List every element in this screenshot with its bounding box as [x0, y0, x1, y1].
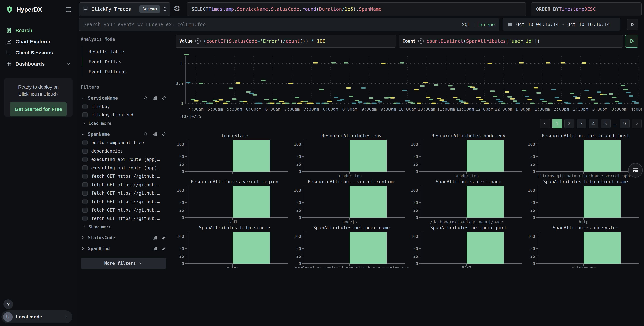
- histogram-spanattributes.net.peer.port[interactable]: SpanAttributes.net.peer.port025501008443: [411, 225, 526, 268]
- load-more-link[interactable]: Load more: [82, 121, 166, 126]
- date-range-picker[interactable]: Oct 10 04:16:14 - Oct 10 16:16:14: [502, 18, 620, 31]
- page-button-3[interactable]: 3: [576, 119, 586, 128]
- filter-option[interactable]: fetch GET https://github.…: [82, 191, 166, 196]
- pin-icon[interactable]: [162, 235, 166, 240]
- order-by-input[interactable]: ORDER BY Timestamp DESC: [531, 2, 642, 16]
- histogram-resourceattribu..cel.branch_host[interactable]: ResourceAttribu..cel.branch_host02550100…: [528, 133, 643, 178]
- checkbox[interactable]: [82, 112, 88, 117]
- page-button-2[interactable]: 2: [564, 119, 574, 128]
- search-icon[interactable]: [143, 132, 148, 136]
- checkbox[interactable]: [82, 165, 88, 171]
- toggle-lucene[interactable]: Lucene: [478, 22, 495, 27]
- bar-chart-icon[interactable]: [152, 132, 157, 136]
- local-mode-menu[interactable]: U Local mode: [1, 310, 72, 323]
- bar-chart-icon[interactable]: [152, 96, 157, 100]
- histogram-resourceattribu...vercel.runtime[interactable]: ResourceAttribu...vercel.runtime02550100…: [294, 179, 409, 224]
- checkbox[interactable]: [82, 157, 88, 162]
- filter-option[interactable]: fetch GET https://github.…: [82, 174, 166, 179]
- code-token: (: [203, 38, 206, 44]
- histogram-tracestate[interactable]: TraceState02550100: [177, 133, 292, 178]
- chevron-right-icon: [82, 121, 86, 125]
- checkbox[interactable]: [82, 104, 88, 109]
- pin-icon[interactable]: [162, 246, 166, 251]
- filter-option[interactable]: fetch GET https://github.…: [82, 216, 166, 221]
- page-button-5[interactable]: 5: [601, 119, 610, 128]
- bar-chart-icon[interactable]: [152, 246, 157, 251]
- event-deltas-chart[interactable]: 00.514:30am5:00am5:30am6:00am6:30am7:00a…: [176, 50, 642, 121]
- filter-option[interactable]: build component tree: [82, 140, 166, 145]
- sidebar-item-dashboards[interactable]: Dashboards: [0, 58, 76, 69]
- filter-option[interactable]: executing api route (app)…: [82, 157, 166, 162]
- histogram-resourceattributes.node.env[interactable]: ResourceAttributes.node.env02550100produ…: [411, 133, 526, 178]
- checkbox[interactable]: [82, 148, 88, 153]
- histogram-spanattributes.http.client.name[interactable]: SpanAttributes.http.client.name02550100h…: [528, 179, 643, 224]
- sidebar-collapse-icon[interactable]: [65, 6, 72, 13]
- chevron-right-icon: [81, 235, 85, 240]
- count-expression-input[interactable]: Count i countDistinct(SpanAttributes['us…: [398, 35, 623, 48]
- pin-icon[interactable]: [162, 96, 166, 100]
- filter-option[interactable]: fetch GET https://github.…: [82, 208, 166, 213]
- page-button-4[interactable]: 4: [588, 119, 598, 128]
- histogram-resourceattributes.vercel.region[interactable]: ResourceAttributes.vercel.region02550100…: [177, 179, 292, 224]
- checkbox[interactable]: [82, 182, 88, 187]
- histogram-spanattributes.db.system[interactable]: SpanAttributes.db.system02550100clickhou…: [528, 225, 643, 268]
- svg-text:100: 100: [411, 234, 418, 239]
- filter-option[interactable]: dependencies: [82, 148, 166, 153]
- search-icon[interactable]: [143, 96, 148, 100]
- filter-group-header[interactable]: StatusCode: [81, 235, 166, 240]
- gear-icon[interactable]: ⚙: [173, 4, 180, 13]
- prev-page-button[interactable]: [540, 119, 550, 128]
- pin-icon[interactable]: [162, 132, 166, 136]
- run-query-button[interactable]: [625, 35, 638, 48]
- svg-text:100: 100: [294, 142, 301, 147]
- analysis-mode-results-table[interactable]: Results Table: [82, 47, 166, 57]
- svg-text:25: 25: [296, 208, 301, 213]
- analysis-mode-event-patterns[interactable]: Event Patterns: [82, 67, 166, 77]
- filter-option[interactable]: clickpy-frontend: [82, 112, 166, 117]
- histogram-spanattributes.net.peer.name[interactable]: SpanAttributes.net.peer.name02550100z5pr…: [294, 225, 409, 268]
- help-button[interactable]: ?: [3, 299, 13, 309]
- checkbox[interactable]: [82, 199, 88, 204]
- histogram-spanattributes.next.page[interactable]: SpanAttributes.next.page02550100/dashboa…: [411, 179, 526, 224]
- live-tail-button[interactable]: [627, 19, 638, 30]
- filter-option[interactable]: fetch GET https://github.…: [82, 199, 166, 204]
- data-source-select[interactable]: ClickPy Traces Schema: [79, 2, 170, 16]
- filter-group-header[interactable]: SpanName: [81, 131, 166, 137]
- filter-group-header[interactable]: ServiceName: [81, 95, 166, 101]
- next-page-button[interactable]: [632, 119, 642, 128]
- search-input[interactable]: Search your events w/ Lucene ex. column:…: [79, 18, 499, 31]
- checkbox[interactable]: [82, 208, 88, 213]
- svg-text:100: 100: [294, 234, 301, 239]
- grid-icon: [6, 61, 12, 67]
- filter-group-statuscode: StatusCode: [81, 235, 166, 240]
- value-expression-input[interactable]: Value i (countIf(StatusCode='Error')/cou…: [176, 35, 396, 48]
- chart-settings-fab[interactable]: [628, 163, 643, 178]
- checkbox[interactable]: [82, 174, 88, 179]
- checkbox[interactable]: [82, 216, 88, 221]
- chevron-right-icon: [64, 315, 68, 319]
- bar-chart-icon[interactable]: [152, 235, 157, 240]
- svg-text:100: 100: [411, 188, 418, 193]
- show-more-link[interactable]: Show more: [82, 224, 166, 229]
- filter-option[interactable]: clickpy: [82, 104, 166, 109]
- toggle-sql[interactable]: SQL: [462, 22, 470, 27]
- page-button-1[interactable]: 1: [552, 119, 562, 128]
- sidebar-item-client-sessions[interactable]: Client Sessions: [0, 47, 76, 58]
- sidebar-item-chart-explorer[interactable]: Chart Explorer: [0, 36, 76, 47]
- get-started-button[interactable]: Get Started for Free: [10, 102, 67, 116]
- filter-option-label: executing api route (app)…: [91, 165, 160, 171]
- page-button-9[interactable]: 9: [620, 119, 630, 128]
- histogram-spanattributes.http.scheme[interactable]: SpanAttributes.http.scheme02550100https: [177, 225, 292, 268]
- filter-option[interactable]: fetch GET https://github.…: [82, 182, 166, 187]
- filter-option[interactable]: executing api route (app)…: [82, 165, 166, 171]
- sql-select-input[interactable]: SELECT Timestamp, ServiceName, StatusCod…: [186, 2, 526, 16]
- more-filters-button[interactable]: More filters: [81, 258, 166, 269]
- checkbox[interactable]: [82, 191, 88, 196]
- schema-badge[interactable]: Schema: [139, 6, 160, 13]
- checkbox[interactable]: [82, 140, 88, 145]
- histogram-resourceattributes.env[interactable]: ResourceAttributes.env02550100production: [294, 133, 409, 178]
- analysis-mode-event-deltas[interactable]: Event Deltas: [82, 57, 166, 67]
- filter-group-header[interactable]: SpanKind: [81, 246, 166, 251]
- histogram-title: ResourceAttributes.node.env: [411, 133, 526, 138]
- sidebar-item-search[interactable]: Search: [0, 25, 76, 36]
